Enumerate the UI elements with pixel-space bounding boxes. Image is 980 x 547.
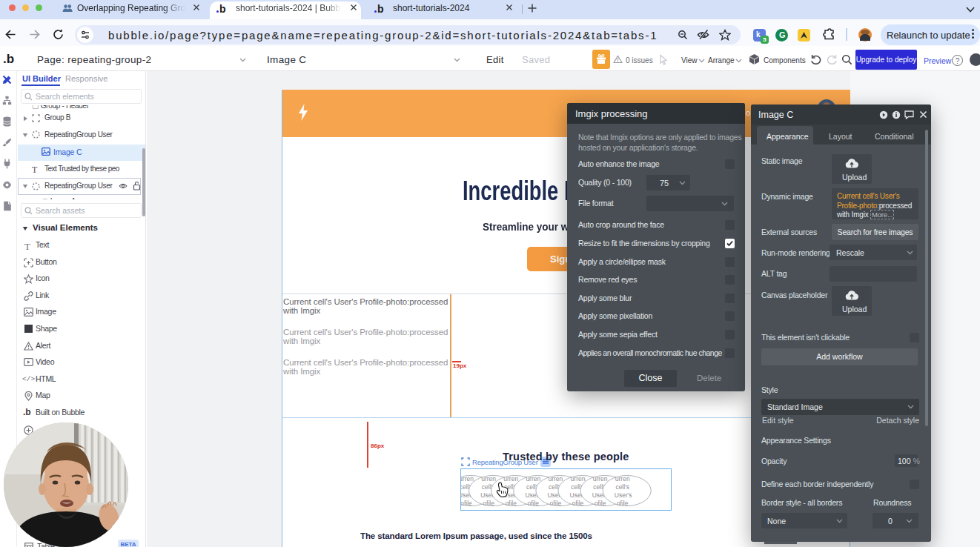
svg-text:urren: urren xyxy=(571,475,586,483)
svg-text:ofile: ofile xyxy=(483,500,494,507)
svg-text:ofile: ofile xyxy=(550,500,562,507)
svg-text:ofile: ofile xyxy=(505,500,517,507)
svg-text:ofile: ofile xyxy=(617,500,629,507)
svg-text:User's: User's xyxy=(615,491,632,499)
svg-text:urren: urren xyxy=(615,475,630,483)
svg-text:ofile: ofile xyxy=(528,500,540,507)
svg-text:ofile: ofile xyxy=(595,500,606,507)
svg-text:urren: urren xyxy=(593,475,608,483)
svg-text:urren: urren xyxy=(461,475,474,483)
svg-text:urren: urren xyxy=(548,475,563,483)
svg-text:ofile: ofile xyxy=(572,500,584,507)
svg-text:urren: urren xyxy=(526,475,540,483)
svg-text:cell's: cell's xyxy=(615,483,629,491)
svg-text:ofile: ofile xyxy=(461,500,472,507)
svg-text:urren: urren xyxy=(481,475,496,483)
